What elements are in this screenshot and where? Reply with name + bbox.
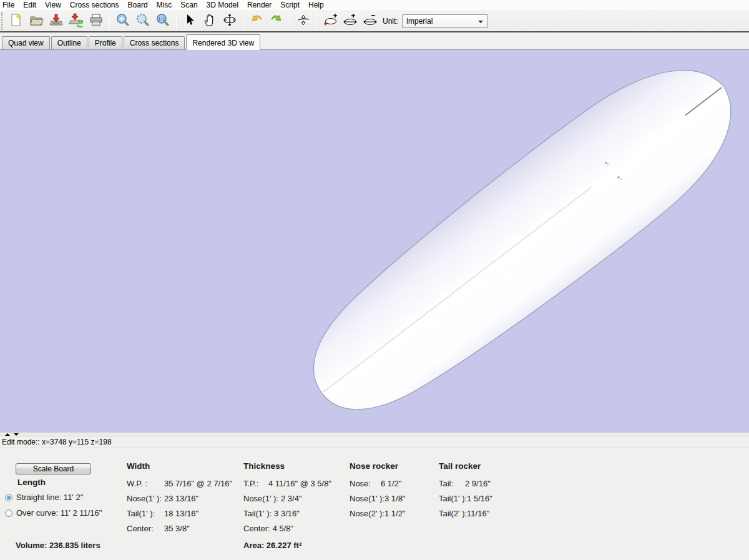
zoom-selection-button[interactable] [134,12,152,30]
save-sync-button[interactable] [67,12,85,30]
menu-bar: File Edit View Cross sections Board Misc… [0,0,749,11]
splitter-collapse-down-icon[interactable] [14,433,19,436]
menu-view[interactable]: View [41,0,66,11]
save-sync-icon [69,12,84,30]
select-cursor-icon [182,12,197,30]
boardcad-window: File Edit View Cross sections Board Misc… [0,0,749,560]
zoom-in-icon [115,12,130,30]
menu-cross-sections[interactable]: Cross sections [66,0,124,11]
tab-profile[interactable]: Profile [89,36,122,49]
undo-button[interactable] [248,12,265,30]
print-icon [89,12,104,30]
toolbar-separator [290,13,290,29]
tab-cross-sections[interactable]: Cross sections [124,36,185,49]
add-cross-section-button[interactable] [341,12,359,30]
measurement-row: Nose(1' ):23 13/16" [127,494,232,509]
tab-outline[interactable]: Outline [51,36,87,49]
chevron-down-icon [478,21,483,23]
zoom-actual-size-icon: 1:1 [155,12,170,30]
remove-cross-section-button[interactable] [361,12,379,30]
measurement-row: Nose(1' ):2 3/4" [243,494,331,509]
over-curve-label: Over curve: 11' 2 11/16" [16,508,102,518]
measurement-row: Tail:2 9/16" [439,479,492,494]
straight-line-option[interactable]: Straight line: 11' 2" [5,493,83,502]
menu-scan[interactable]: Scan [176,0,202,11]
tail-rocker-heading: Tail rocker [439,461,492,471]
width-column: Width W.P. :35 7/16" @ 2 7/16" Nose(1' )… [127,461,232,539]
save-icon [49,12,64,30]
pan-tool-button[interactable] [201,12,218,30]
straight-line-radio[interactable] [5,494,12,501]
unit-dropdown[interactable]: Imperial [402,14,488,28]
status-bar: Edit mode:: x=3748 y=115 z=198 [0,436,749,447]
new-file-button[interactable] [7,12,25,30]
menu-misc[interactable]: Misc [152,0,177,11]
toolbar-separator [316,13,317,29]
splitter-collapse-up-icon[interactable] [5,433,10,436]
save-button[interactable] [47,12,65,30]
redo-button[interactable] [268,12,285,30]
menu-render[interactable]: Render [243,0,276,11]
volume-readout: Volume: 236.835 liters [16,541,100,550]
over-curve-radio[interactable] [5,509,12,517]
print-button[interactable] [87,12,105,30]
area-readout: Area: 26.227 ft² [243,541,301,550]
pan-hand-icon [202,12,217,30]
measurement-row: Nose(1' ):3 1/8" [350,494,405,509]
scale-board-button[interactable]: Scale Board [16,463,91,474]
tail-rocker-column: Tail rocker Tail:2 9/16" Tail(1' ):1 5/1… [439,461,492,524]
edit-mode-coordinates: Edit mode:: x=3748 y=115 z=198 [2,438,112,446]
toolbar-separator [176,13,177,29]
measurement-row: W.P. :35 7/16" @ 2 7/16" [127,479,232,494]
open-button[interactable] [27,12,45,30]
zoom-actual-button[interactable]: 1:1 [154,12,172,30]
measurement-row: Nose:6 1/2" [350,479,405,494]
menu-help[interactable]: Help [304,0,328,11]
nose-rocker-column: Nose rocker Nose:6 1/2" Nose(1' ):3 1/8"… [350,461,405,524]
flip-board-icon [296,12,311,30]
new-file-icon [9,12,24,30]
width-heading: Width [127,461,232,471]
surfboard-outline [283,50,749,432]
nose-rocker-heading: Nose rocker [350,461,405,471]
menu-edit[interactable]: Edit [19,0,41,11]
measurement-row: Nose(2' ):1 1/2" [350,509,405,524]
measurement-row: Center:35 3/8" [127,524,232,539]
menu-board[interactable]: Board [124,0,152,11]
measurement-row: Center:4 5/8" [243,524,331,539]
add-cross-section-icon [343,12,358,30]
surfboard-3d-render [0,50,749,432]
unit-label: Unit: [383,17,398,26]
rendered-3d-viewport[interactable] [0,50,749,432]
open-folder-icon [29,12,44,30]
tab-quad-view[interactable]: Quad view [2,36,50,49]
add-cross-section-start-icon [323,12,338,30]
undo-icon [249,12,264,30]
measurements-panel: Scale Board Length Straight line: 11' 2"… [0,447,749,560]
select-tool-button[interactable] [181,12,198,30]
length-heading: Length [17,478,46,487]
zoom-in-button[interactable] [114,12,132,30]
thickness-column: Thickness T.P.:4 11/16" @ 3 5/8" Nose(1'… [243,461,331,539]
flip-board-button[interactable] [295,12,312,30]
menu-file[interactable]: File [0,0,19,11]
toolbar-grip[interactable] [1,12,4,30]
toolbar-separator [109,13,110,29]
remove-cross-section-icon [363,12,378,30]
measurement-row: Tail(1' ):3 3/16" [243,509,331,524]
measurement-row: Tail(1' ):1 5/16" [439,494,492,509]
measurement-row: T.P.:4 11/16" @ 3 5/8" [243,479,331,494]
tab-rendered-3d-view[interactable]: Rendered 3D view [186,34,260,50]
zoom-selection-icon [135,12,150,30]
rotate-orbit-icon [222,12,237,30]
redo-icon [269,12,284,30]
view-tab-bar: Quad view Outline Profile Cross sections… [0,34,749,50]
menu-script[interactable]: Script [276,0,304,11]
over-curve-option[interactable]: Over curve: 11' 2 11/16" [5,508,102,518]
toolbar: 1:1 Unit: [0,11,749,32]
add-cross-section-start-button[interactable] [321,12,339,30]
menu-3d-model[interactable]: 3D Model [202,0,243,11]
toolbar-separator [243,13,243,29]
rotate-tool-button[interactable] [221,12,238,30]
measurement-row: Tail(1' ):18 13/16" [127,509,232,524]
